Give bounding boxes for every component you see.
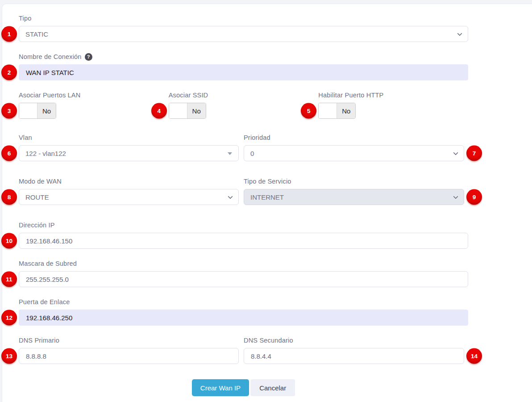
field-group-dns-secundario: DNS Secundario 14 [244, 337, 464, 364]
puerto-http-toggle[interactable]: No [318, 103, 356, 119]
chevron-down-icon [228, 194, 233, 199]
wan-form-card: Tipo 1 STATIC Nombre de Conexión ? 2 [2, 4, 532, 402]
step-badge-6: 6 [1, 146, 17, 161]
tipo-label: Tipo [19, 15, 468, 22]
toggle-knob [19, 103, 37, 118]
tipo-servicio-label: Tipo de Servicio [244, 178, 464, 185]
step-badge-7: 7 [466, 146, 482, 161]
step-badge-11: 11 [1, 272, 17, 287]
field-group-dns-primario: DNS Primario 13 [19, 337, 239, 364]
chevron-down-icon [453, 150, 458, 155]
toggle-knob [169, 103, 187, 118]
chevron-down-icon [453, 194, 458, 199]
step-badge-12: 12 [1, 310, 17, 326]
form-actions: Crear Wan IP Cancelar [19, 379, 468, 396]
dns-primario-label: DNS Primario [19, 337, 239, 344]
help-icon[interactable]: ? [85, 53, 92, 61]
step-badge-9: 9 [466, 189, 482, 205]
dns-primario-input[interactable] [19, 348, 239, 364]
field-group-puerto-http: Habilitar Puerto HTTP 5 No [318, 92, 468, 119]
direccion-ip-input[interactable] [19, 233, 468, 249]
chevron-down-icon [457, 31, 462, 36]
wan-form: Tipo 1 STATIC Nombre de Conexión ? 2 [19, 15, 468, 396]
toggle-state-label: No [187, 103, 206, 118]
toggles-row: Asociar Puertos LAN 3 No Asociar SSID 4 … [19, 92, 468, 119]
toggle-state-label: No [37, 103, 56, 118]
step-badge-3: 3 [1, 103, 17, 119]
asociar-lan-toggle[interactable]: No [19, 103, 56, 119]
toggle-knob [319, 103, 337, 118]
dns-row: DNS Primario 13 DNS Secundario 14 [19, 337, 468, 364]
step-badge-10: 10 [1, 233, 17, 249]
tipo-servicio-select-value: INTERNET [250, 193, 284, 201]
tipo-select[interactable]: STATIC [19, 26, 468, 42]
vlan-prioridad-row: Vlan 6 122 - vlan122 Prioridad 7 0 [19, 134, 468, 161]
tipo-servicio-select: INTERNET [244, 189, 464, 205]
modo-wan-select[interactable]: ROUTE [19, 189, 239, 205]
vlan-label: Vlan [19, 134, 239, 142]
modo-servicio-row: Modo de WAN 8 ROUTE Tipo de Servicio 9 I… [19, 178, 468, 205]
field-group-vlan: Vlan 6 122 - vlan122 [19, 134, 239, 161]
cancelar-button[interactable]: Cancelar [250, 379, 295, 396]
field-group-nombre: Nombre de Conexión ? 2 [19, 53, 468, 80]
puerta-enlace-label: Puerta de Enlace [19, 298, 468, 306]
step-badge-4: 4 [151, 103, 167, 119]
field-group-puerta: Puerta de Enlace 12 [19, 298, 468, 326]
field-group-mascara: Mascara de Subred 11 [19, 260, 468, 287]
field-group-tipo-servicio: Tipo de Servicio 9 INTERNET [244, 178, 464, 205]
modo-wan-label: Modo de WAN [19, 178, 239, 185]
asociar-lan-label: Asociar Puertos LAN [19, 92, 169, 99]
asociar-ssid-toggle[interactable]: No [169, 103, 206, 119]
puerta-enlace-input[interactable] [19, 310, 468, 326]
triangle-down-icon [228, 152, 232, 155]
field-group-asociar-lan: Asociar Puertos LAN 3 No [19, 92, 169, 119]
modo-wan-select-value: ROUTE [25, 193, 49, 201]
step-badge-14: 14 [466, 348, 482, 364]
nombre-conexion-input[interactable] [19, 64, 468, 80]
dns-secundario-input[interactable] [244, 348, 464, 364]
crear-wan-ip-button[interactable]: Crear Wan IP [192, 379, 249, 396]
step-badge-5: 5 [301, 103, 316, 119]
toggle-state-label: No [337, 103, 355, 118]
field-group-asociar-ssid: Asociar SSID 4 No [169, 92, 319, 119]
dns-secundario-label: DNS Secundario [244, 337, 464, 344]
field-group-modo-wan: Modo de WAN 8 ROUTE [19, 178, 239, 205]
prioridad-label: Prioridad [244, 134, 464, 142]
field-group-direccion-ip: Dirección IP 10 [19, 222, 468, 249]
mascara-subred-input[interactable] [19, 271, 468, 287]
mascara-label: Mascara de Subred [19, 260, 468, 268]
vlan-select-value: 122 - vlan122 [25, 150, 66, 157]
step-badge-2: 2 [1, 65, 17, 80]
step-badge-8: 8 [1, 189, 17, 205]
puerto-http-label: Habilitar Puerto HTTP [318, 92, 468, 99]
prioridad-select-value: 0 [250, 150, 254, 157]
asociar-ssid-label: Asociar SSID [169, 92, 319, 99]
field-group-tipo: Tipo 1 STATIC [19, 15, 468, 42]
prioridad-select[interactable]: 0 [244, 145, 464, 161]
nombre-label: Nombre de Conexión ? [19, 53, 468, 61]
tipo-select-value: STATIC [25, 30, 48, 38]
step-badge-1: 1 [1, 26, 17, 42]
vlan-select[interactable]: 122 - vlan122 [19, 145, 239, 161]
field-group-prioridad: Prioridad 7 0 [244, 134, 464, 161]
step-badge-13: 13 [1, 348, 17, 364]
direccion-ip-label: Dirección IP [19, 222, 468, 229]
